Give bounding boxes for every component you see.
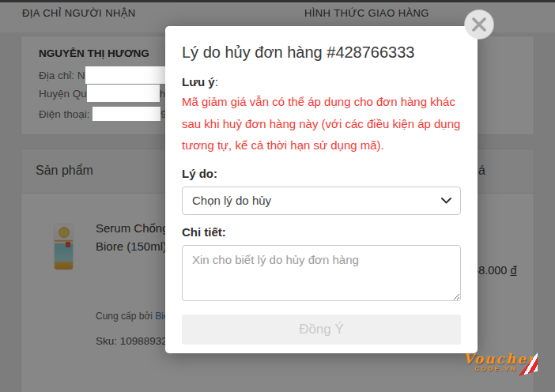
note-text: Mã giảm giá vẫn có thể áp dụng cho đơn h… (182, 91, 461, 156)
watermark: Voucher CODE.VN (463, 351, 538, 383)
modal-title: Lý do hủy đơn hàng #428766333 (182, 43, 461, 62)
reason-select-wrap: Chọn lý do hủy (182, 187, 461, 215)
address-redaction-box: ồ (85, 66, 174, 84)
confirm-cancel-button[interactable]: Đồng Ý (182, 315, 461, 345)
phone-redaction-box (92, 107, 160, 121)
detail-label: Chi tiết: (182, 225, 461, 239)
screen: ĐỊA CHỈ NGƯỜI NHẬN HÌNH THỨC GIAO HÀNG N… (0, 0, 555, 392)
detail-textarea[interactable] (182, 245, 461, 301)
watermark-text: Voucher (463, 351, 538, 367)
close-icon (472, 17, 486, 32)
reason-label: Lý do: (182, 167, 461, 180)
reason-select[interactable]: Chọn lý do hủy (182, 187, 461, 215)
address-redaction-box-2 (87, 85, 160, 102)
cancel-order-modal: Lý do hủy đơn hàng #428766333 Lưu ý: Mã … (165, 26, 478, 353)
close-button[interactable] (465, 10, 493, 39)
note-label: Lưu ý: (182, 75, 461, 89)
